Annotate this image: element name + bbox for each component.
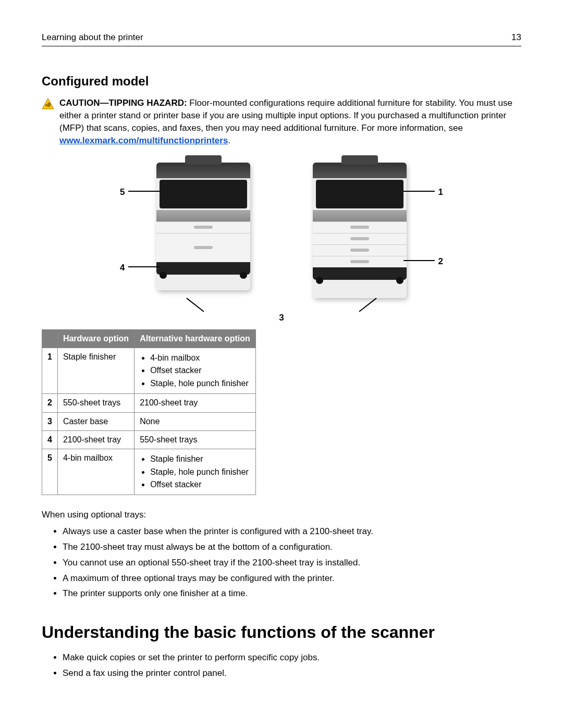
tipping-hazard-icon bbox=[42, 98, 54, 146]
callout-3: 3 bbox=[279, 312, 284, 324]
list-item: Always use a caster base when the printe… bbox=[63, 525, 521, 538]
list-item: Make quick copies or set the printer to … bbox=[63, 651, 521, 664]
row-hardware: 550‑sheet trays bbox=[57, 394, 134, 412]
row-num: 5 bbox=[42, 449, 58, 495]
alt-list-item: Staple, hole punch finisher bbox=[150, 378, 250, 389]
row-alternative: 550‑sheet trays bbox=[134, 430, 256, 449]
callout-1: 1 bbox=[438, 186, 443, 199]
trays-bullet-list: Always use a caster base when the printe… bbox=[42, 525, 521, 600]
printer-image-right bbox=[313, 163, 407, 298]
table-row: 42100‑sheet tray550‑sheet trays bbox=[42, 430, 256, 449]
alt-list-item: Offset stacker bbox=[150, 365, 250, 376]
table-row: 1Staple finisher4‑bin mailboxOffset stac… bbox=[42, 348, 256, 393]
page-header: Learning about the printer 13 bbox=[42, 31, 521, 46]
scanner-bullet-list: Make quick copies or set the printer to … bbox=[42, 651, 521, 680]
list-item: You cannot use an optional 550‑sheet tra… bbox=[63, 557, 521, 569]
table-row: 54‑bin mailboxStaple finisherStaple, hol… bbox=[42, 449, 256, 495]
caution-block: CAUTION—TIPPING HAZARD: Floor-mounted co… bbox=[42, 97, 521, 146]
row-num: 4 bbox=[42, 430, 58, 449]
list-item: The printer supports only one finisher a… bbox=[63, 587, 521, 600]
row-hardware: 4‑bin mailbox bbox=[57, 449, 134, 495]
row-num: 1 bbox=[42, 348, 58, 393]
header-title: Learning about the printer bbox=[42, 31, 143, 44]
trays-intro: When using optional trays: bbox=[42, 509, 521, 521]
th-hardware: Hardware option bbox=[57, 329, 134, 348]
page-number: 13 bbox=[511, 31, 521, 44]
scanner-heading: Understanding the basic functions of the… bbox=[42, 621, 521, 644]
list-item: A maximum of three optional trays may be… bbox=[63, 572, 521, 585]
list-item: The 2100‑sheet tray must always be at th… bbox=[63, 541, 521, 553]
row-num: 2 bbox=[42, 394, 58, 412]
row-alternative: None bbox=[134, 412, 256, 430]
row-hardware: Staple finisher bbox=[57, 348, 134, 393]
row-hardware: Caster base bbox=[57, 412, 134, 430]
printer-diagram: 5 4 1 2 3 bbox=[120, 157, 443, 324]
row-hardware: 2100‑sheet tray bbox=[57, 430, 134, 449]
caution-label: CAUTION—TIPPING HAZARD: bbox=[59, 98, 187, 108]
printer-image-left bbox=[156, 163, 250, 290]
row-alternative: 2100‑sheet tray bbox=[134, 394, 256, 412]
list-item: Send a fax using the printer control pan… bbox=[63, 667, 521, 680]
configured-model-heading: Configured model bbox=[42, 72, 521, 90]
callout-2: 2 bbox=[438, 255, 443, 268]
caution-after: . bbox=[228, 135, 230, 145]
caution-text: CAUTION—TIPPING HAZARD: Floor-mounted co… bbox=[59, 97, 521, 146]
table-row: 3Caster baseNone bbox=[42, 412, 256, 430]
alt-list-item: Offset stacker bbox=[150, 479, 250, 490]
row-alternative: Staple finisherStaple, hole punch finish… bbox=[134, 449, 256, 495]
row-num: 3 bbox=[42, 412, 58, 430]
th-num bbox=[42, 329, 58, 348]
callout-5: 5 bbox=[120, 186, 125, 199]
alt-list-item: 4‑bin mailbox bbox=[150, 352, 250, 364]
callout-3-lines bbox=[203, 291, 360, 312]
hardware-options-table: Hardware option Alternative hardware opt… bbox=[42, 329, 256, 496]
th-alternative: Alternative hardware option bbox=[134, 329, 256, 348]
caution-link[interactable]: www.lexmark.com/multifunctionprinters bbox=[59, 135, 228, 145]
alt-list-item: Staple, hole punch finisher bbox=[150, 466, 250, 478]
callout-4: 4 bbox=[120, 262, 125, 274]
row-alternative: 4‑bin mailboxOffset stackerStaple, hole … bbox=[134, 348, 256, 393]
alt-list-item: Staple finisher bbox=[150, 453, 250, 465]
table-row: 2550‑sheet trays2100‑sheet tray bbox=[42, 394, 256, 412]
